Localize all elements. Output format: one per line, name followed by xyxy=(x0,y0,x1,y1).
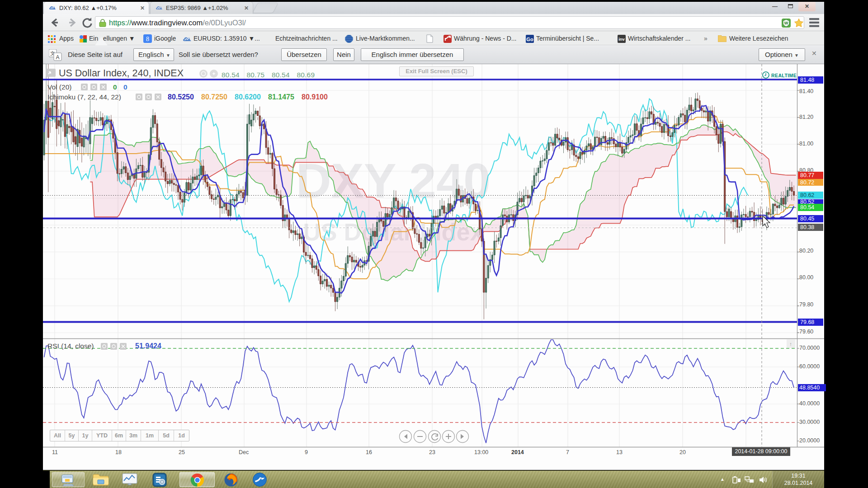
svg-text:↑: ↑ xyxy=(789,341,792,347)
svg-text:Go: Go xyxy=(526,37,533,42)
svg-text:8: 8 xyxy=(146,36,149,42)
svg-text:W: W xyxy=(784,21,788,25)
svg-text:inv: inv xyxy=(618,37,625,42)
svg-text:A: A xyxy=(56,54,59,61)
